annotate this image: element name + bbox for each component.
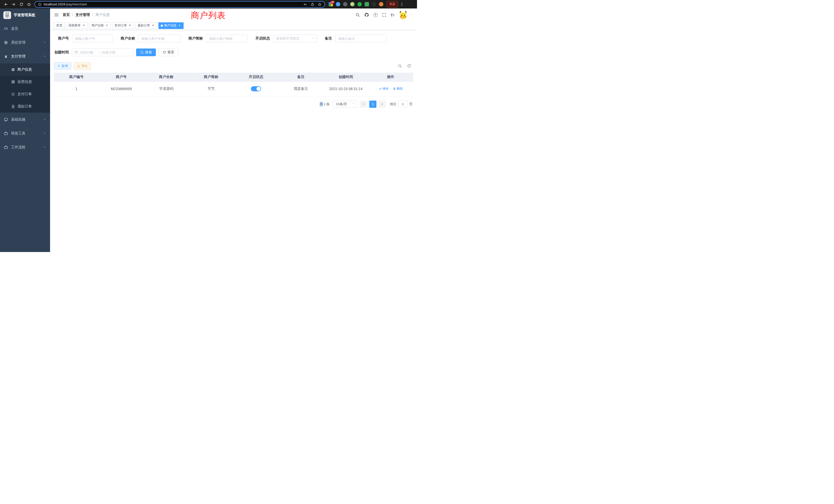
sidebar-item-label: 商户信息 bbox=[18, 67, 32, 72]
breadcrumb-payment[interactable]: 支付管理 bbox=[75, 13, 90, 17]
breadcrumb: 首页 / 支付管理 / 商户信息 bbox=[63, 13, 110, 17]
search-button[interactable]: 搜索 bbox=[136, 48, 156, 56]
merchant-table: 商户编号 商户号 商户全称 商户简称 开启状态 备注 创建时间 操作 1 M23… bbox=[54, 73, 413, 96]
filter-row-2: 创建时间 - 搜索 重置 bbox=[54, 48, 413, 56]
help-icon[interactable]: ? bbox=[373, 13, 378, 17]
close-icon[interactable]: × bbox=[128, 24, 132, 27]
sidebar-item-devtools[interactable]: 研发工具 bbox=[0, 127, 50, 140]
font-size-icon[interactable]: TT bbox=[391, 13, 394, 17]
extension-icon-6[interactable] bbox=[365, 2, 369, 6]
browser-menu-icon[interactable] bbox=[400, 2, 404, 6]
create-time-label: 创建时间 bbox=[54, 50, 69, 55]
create-time-range-picker[interactable]: - bbox=[72, 48, 133, 56]
share-icon[interactable] bbox=[311, 3, 314, 6]
refresh-icon[interactable] bbox=[407, 64, 411, 68]
github-icon[interactable] bbox=[364, 13, 369, 17]
chevron-down-icon bbox=[43, 117, 46, 122]
page-size-select[interactable]: 10条/页 bbox=[333, 100, 357, 108]
end-date-input[interactable] bbox=[102, 50, 119, 54]
avatar[interactable] bbox=[399, 10, 408, 19]
bookmark-star-icon[interactable] bbox=[318, 3, 322, 6]
toggle-search-icon[interactable] bbox=[398, 64, 402, 68]
merchant-name-input[interactable] bbox=[138, 35, 181, 42]
status-select[interactable]: 请选择开启状态 bbox=[273, 35, 317, 42]
filter-row-1: 商户号 商户全称 商户简称 开启状态 请选择开启状态 备注 bbox=[54, 35, 413, 42]
prev-page-button[interactable] bbox=[360, 100, 367, 108]
extension-icon-4[interactable] bbox=[350, 2, 355, 6]
extension-icon-8[interactable] bbox=[379, 2, 383, 6]
profile-caret-icon[interactable] bbox=[410, 13, 413, 17]
page-number-1[interactable]: 1 bbox=[369, 100, 376, 108]
breadcrumb-home[interactable]: 首页 bbox=[63, 13, 70, 17]
tab-refund-order[interactable]: 退款订单× bbox=[135, 22, 157, 29]
extension-icon-1[interactable]: 10 bbox=[329, 2, 333, 6]
cell-create-time: 2021-10-23 08:31:14 bbox=[323, 81, 368, 96]
extension-icon-5[interactable] bbox=[357, 2, 362, 6]
tab-merchant-info[interactable]: 商户信息× bbox=[158, 22, 183, 29]
tab-home[interactable]: 首页 bbox=[54, 22, 65, 29]
password-key-icon[interactable] bbox=[304, 3, 307, 6]
search-icon[interactable] bbox=[355, 13, 360, 17]
breadcrumb-separator: / bbox=[72, 13, 73, 17]
sidebar-item-label: 工作流程 bbox=[11, 145, 25, 150]
start-date-input[interactable] bbox=[80, 50, 97, 54]
sidebar-item-home[interactable]: 首页 bbox=[0, 22, 50, 36]
app-logo[interactable]: 芋道管理系统 bbox=[0, 8, 50, 22]
yen-icon: ¥ bbox=[4, 54, 8, 59]
sidebar-item-payment[interactable]: ¥ 支付管理 bbox=[0, 49, 50, 63]
table-row: 1 M233666999 芋道源码 芋艿 我是备注 2021-10-23 08:… bbox=[54, 81, 413, 96]
chevron-down-icon bbox=[311, 37, 314, 41]
sidebar-item-label: 系统管理 bbox=[11, 40, 25, 45]
pagination-total: 共 1 条 bbox=[320, 102, 330, 107]
col-create-time: 创建时间 bbox=[323, 73, 368, 81]
tab-process-form[interactable]: 流程表单× bbox=[66, 22, 88, 29]
browser-back-button[interactable] bbox=[2, 1, 10, 8]
sidebar-item-merchant-info[interactable]: 商户信息 bbox=[0, 63, 50, 76]
close-icon[interactable]: × bbox=[105, 24, 109, 27]
merchant-short-input[interactable] bbox=[206, 35, 248, 42]
extension-icon-7[interactable] bbox=[372, 2, 376, 6]
sidebar-item-refund-order[interactable]: 退款订单 bbox=[0, 100, 50, 113]
sidebar-item-system[interactable]: 系统管理 bbox=[0, 36, 50, 49]
sidebar-item-label: 支付管理 bbox=[11, 54, 25, 59]
breadcrumb-separator: / bbox=[92, 13, 93, 17]
merchant-no-input[interactable] bbox=[72, 35, 113, 42]
delete-button[interactable]: 删除 bbox=[393, 87, 403, 91]
next-page-button[interactable] bbox=[378, 100, 386, 108]
export-button[interactable]: 导出 bbox=[74, 62, 91, 70]
col-merchant-no: 商户号 bbox=[99, 73, 144, 81]
close-icon[interactable]: × bbox=[82, 24, 86, 27]
reset-button[interactable]: 重置 bbox=[158, 48, 178, 56]
browser-update-button[interactable]: 更新 bbox=[387, 1, 398, 7]
sidebar-item-app-info[interactable]: 应用信息 bbox=[0, 76, 50, 88]
sidebar-item-pay-order[interactable]: 支付订单 bbox=[0, 88, 50, 100]
remark-input[interactable] bbox=[335, 35, 387, 42]
table-toolbar: 新增 导出 bbox=[54, 62, 413, 70]
extension-icon-2[interactable] bbox=[336, 2, 340, 6]
browser-reload-button[interactable] bbox=[18, 1, 25, 8]
close-icon[interactable]: × bbox=[178, 24, 181, 27]
sidebar-item-infra[interactable]: 基础设施 bbox=[0, 113, 50, 127]
edit-button[interactable]: 修改 bbox=[379, 87, 389, 91]
browser-home-button[interactable] bbox=[25, 1, 33, 8]
cell-short-name: 芋艿 bbox=[189, 81, 234, 96]
goto-page-input[interactable] bbox=[398, 100, 408, 108]
col-status: 开启状态 bbox=[234, 73, 279, 81]
address-bar[interactable]: localhost:1024/pay/merchant bbox=[35, 1, 325, 8]
logo-rabbit-icon bbox=[3, 11, 11, 19]
col-short-name: 商户简称 bbox=[189, 73, 234, 81]
close-icon[interactable]: × bbox=[151, 24, 155, 27]
status-toggle[interactable] bbox=[251, 86, 261, 91]
url-path: /pay/merchant bbox=[66, 2, 87, 6]
extension-icon-3[interactable] bbox=[343, 2, 347, 6]
fullscreen-icon[interactable] bbox=[382, 13, 386, 17]
browser-forward-button[interactable] bbox=[10, 1, 18, 8]
main-area: 首页 / 支付管理 / 商户信息 商户列表 ? TT 首页 流程表单× 用户分组… bbox=[50, 8, 417, 252]
sidebar-item-workflow[interactable]: 工作流程 bbox=[0, 140, 50, 154]
add-button[interactable]: 新增 bbox=[54, 62, 71, 70]
hamburger-icon[interactable] bbox=[54, 13, 59, 17]
tab-pay-order[interactable]: 支付订单× bbox=[112, 22, 134, 29]
col-remark: 备注 bbox=[278, 73, 323, 81]
tab-user-group[interactable]: 用户分组× bbox=[89, 22, 111, 29]
page-info-icon[interactable] bbox=[38, 3, 42, 6]
